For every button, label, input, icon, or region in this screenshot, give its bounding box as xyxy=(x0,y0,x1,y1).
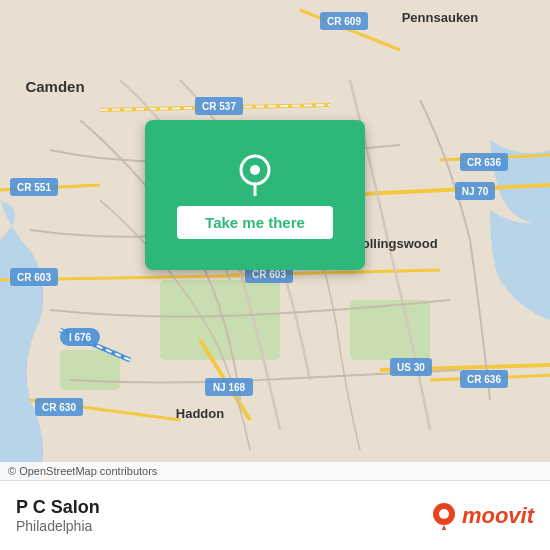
map-container: CR 609 CR 537 CR 551 NJ 70 CR 636 CR 603… xyxy=(0,0,550,480)
app: CR 609 CR 537 CR 551 NJ 70 CR 636 CR 603… xyxy=(0,0,550,550)
card-overlay: Take me there xyxy=(145,120,365,270)
attribution-bar: © OpenStreetMap contributors xyxy=(0,462,550,480)
svg-text:CR 537: CR 537 xyxy=(202,101,236,112)
location-name: P C Salon xyxy=(16,497,100,518)
svg-rect-2 xyxy=(350,300,430,360)
svg-text:NJ 70: NJ 70 xyxy=(462,186,489,197)
svg-text:NJ 168: NJ 168 xyxy=(213,382,246,393)
svg-text:Haddon: Haddon xyxy=(176,406,224,421)
svg-text:CR 630: CR 630 xyxy=(42,402,76,413)
location-city: Philadelphia xyxy=(16,518,100,534)
location-info: P C Salon Philadelphia xyxy=(16,497,100,534)
svg-point-33 xyxy=(250,165,260,175)
svg-text:CR 636: CR 636 xyxy=(467,157,501,168)
svg-text:Collingswood: Collingswood xyxy=(352,236,437,251)
svg-rect-3 xyxy=(60,350,120,390)
svg-text:CR 603: CR 603 xyxy=(252,269,286,280)
svg-text:US 30: US 30 xyxy=(397,362,425,373)
svg-text:Pennsauken: Pennsauken xyxy=(402,10,479,25)
location-pin-icon xyxy=(233,152,277,196)
svg-text:I 676: I 676 xyxy=(69,332,92,343)
svg-text:CR 603: CR 603 xyxy=(17,272,51,283)
svg-point-35 xyxy=(439,509,449,519)
moovit-text: moovit xyxy=(462,503,534,529)
svg-text:CR 609: CR 609 xyxy=(327,16,361,27)
take-me-there-button[interactable]: Take me there xyxy=(177,206,333,239)
moovit-logo: moovit xyxy=(430,502,534,530)
attribution-text: © OpenStreetMap contributors xyxy=(8,465,157,477)
moovit-pin-icon xyxy=(430,502,458,530)
bottom-bar: P C Salon Philadelphia moovit xyxy=(0,480,550,550)
svg-text:Camden: Camden xyxy=(25,78,84,95)
svg-text:CR 636: CR 636 xyxy=(467,374,501,385)
svg-text:CR 551: CR 551 xyxy=(17,182,51,193)
